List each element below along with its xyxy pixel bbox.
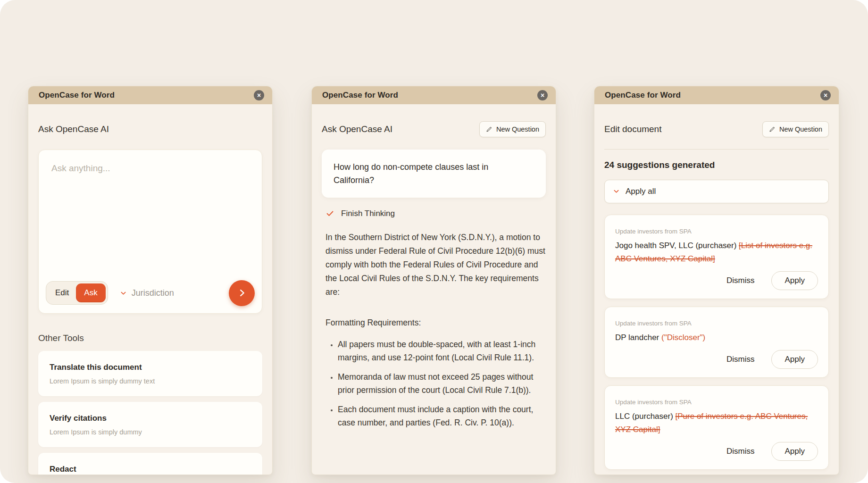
suggestion-text: DP landcher ("Discloser") — [615, 331, 818, 344]
apply-button[interactable]: Apply — [771, 350, 818, 369]
mode-toggle: Edit Ask — [46, 281, 108, 305]
suggestion-kept-text: LLC (purchaser) — [615, 412, 676, 421]
suggestion-category: Update investors from SPA — [615, 227, 818, 235]
edit-section-title: Edit document — [604, 124, 661, 134]
panel-edit-document: OpenCase for Word × Edit document New Qu… — [594, 86, 839, 475]
suggestion-change-text: ("Discloser") — [661, 333, 705, 342]
answer-bullet: Each document must include a caption wit… — [338, 403, 546, 429]
chevron-down-icon — [120, 290, 127, 297]
dismiss-button[interactable]: Dismiss — [724, 354, 758, 365]
new-question-button[interactable]: New Question — [762, 121, 829, 137]
tool-subtitle: Lorem Ipsum is simply dummy text — [50, 377, 251, 386]
tool-redact[interactable]: Redact Lorem Ipsum is simply dummy text … — [38, 453, 262, 475]
pencil-icon — [769, 126, 776, 133]
thinking-status-label: Finish Thinking — [341, 209, 395, 218]
dismiss-button[interactable]: Dismiss — [724, 446, 758, 457]
suggestion-kept-text: DP landcher — [615, 333, 661, 342]
answer-bullet: All papers must be double-spaced, with a… — [338, 338, 546, 364]
chevron-down-icon — [613, 188, 620, 195]
new-question-label: New Question — [496, 125, 539, 133]
suggestion-category: Update investors from SPA — [615, 319, 818, 327]
send-button[interactable] — [229, 280, 255, 306]
dismiss-button[interactable]: Dismiss — [724, 275, 758, 286]
panel-answer: OpenCase for Word × Ask OpenCase AI New … — [311, 86, 556, 475]
ask-section-title: Ask OpenCase AI — [38, 124, 109, 134]
answer-bullet-list: All papers must be double-spaced, with a… — [322, 338, 546, 429]
page-background: OpenCase for Word × Ask OpenCase AI Edit… — [0, 0, 868, 483]
new-question-button[interactable]: New Question — [479, 121, 546, 137]
suggestion-actions: Dismiss Apply — [615, 350, 818, 369]
suggestions-count: 24 suggestions generated — [604, 159, 829, 171]
answer-subheading: Formatting Requirements: — [322, 317, 546, 328]
panel-edit-header: OpenCase for Word × — [594, 86, 839, 104]
answer-section-title: Ask OpenCase AI — [322, 124, 392, 134]
ask-controls: Edit Ask Jurisdiction — [46, 280, 255, 306]
ask-input-card: Edit Ask Jurisdiction — [38, 150, 262, 314]
panel-edit-body: Edit document New Question 24 suggestion… — [594, 104, 839, 475]
question-card: How long do non-compete clauses last in … — [322, 150, 546, 198]
ask-section-row: Ask OpenCase AI — [38, 117, 262, 142]
window-title: OpenCase for Word — [39, 91, 115, 100]
close-icon[interactable]: × — [254, 90, 264, 100]
pencil-icon — [486, 126, 492, 133]
answer-section-row: Ask OpenCase AI New Question — [322, 117, 546, 142]
chevron-right-icon — [237, 288, 247, 298]
suggestion-text: LLC (purchaser) [Pure of investors e.g. … — [615, 410, 818, 436]
tool-verify-citations[interactable]: Verify citations Lorem Ipsum is simply d… — [38, 402, 262, 447]
apply-all-button[interactable]: Apply all — [604, 180, 829, 203]
suggestion-card: Update investors from SPA Jogo health SP… — [604, 215, 829, 299]
close-icon[interactable]: × — [820, 90, 831, 100]
panel-ask-header: OpenCase for Word × — [28, 86, 272, 104]
suggestion-kept-text: Jogo health SPV, LLC (purchaser) — [615, 241, 739, 250]
close-icon[interactable]: × — [537, 90, 548, 100]
edit-section-row: Edit document New Question — [604, 117, 829, 142]
other-tools-title: Other Tools — [38, 333, 262, 344]
suggestion-card: Update investors from SPA DP landcher ("… — [604, 307, 829, 378]
answer-bullet: Memoranda of law must not exceed 25 page… — [338, 370, 546, 397]
check-icon — [326, 209, 334, 218]
apply-button[interactable]: Apply — [771, 271, 818, 290]
thinking-status-row: Finish Thinking — [322, 209, 546, 218]
apply-all-label: Apply all — [626, 187, 656, 196]
mode-ask-button[interactable]: Ask — [76, 283, 105, 302]
section-divider — [604, 149, 829, 150]
panel-answer-header: OpenCase for Word × — [312, 86, 556, 104]
suggestion-actions: Dismiss Apply — [615, 271, 818, 290]
panel-answer-body: Ask OpenCase AI New Question How long do… — [312, 104, 556, 475]
jurisdiction-label: Jurisdiction — [132, 288, 174, 298]
tool-title: Verify citations — [50, 413, 251, 424]
tool-translate-document[interactable]: Translate this document Lorem Ipsum is s… — [38, 351, 262, 396]
suggestion-category: Update investors from SPA — [615, 398, 818, 406]
jurisdiction-dropdown[interactable]: Jurisdiction — [117, 288, 177, 299]
mode-edit-button[interactable]: Edit — [48, 284, 76, 302]
suggestion-text: Jogo health SPV, LLC (purchaser) [List o… — [615, 239, 818, 266]
suggestion-actions: Dismiss Apply — [615, 442, 818, 461]
window-title: OpenCase for Word — [605, 91, 681, 100]
other-tools-list: Translate this document Lorem Ipsum is s… — [38, 351, 262, 475]
tool-title: Translate this document — [50, 362, 251, 373]
panel-ask-body: Ask OpenCase AI Edit Ask Jurisdiction — [28, 104, 272, 475]
answer-paragraph: In the Southern District of New York (S.… — [322, 231, 546, 299]
window-title: OpenCase for Word — [322, 91, 398, 100]
suggestion-card: Update investors from SPA LLC (purchaser… — [604, 385, 829, 470]
tool-subtitle: Lorem Ipsum is simply dummy — [50, 428, 251, 437]
new-question-label: New Question — [779, 125, 822, 133]
panel-ask: OpenCase for Word × Ask OpenCase AI Edit… — [28, 86, 273, 475]
tool-title: Redact — [50, 464, 251, 475]
apply-button[interactable]: Apply — [771, 442, 818, 461]
question-text: How long do non-compete clauses last in … — [334, 160, 499, 187]
